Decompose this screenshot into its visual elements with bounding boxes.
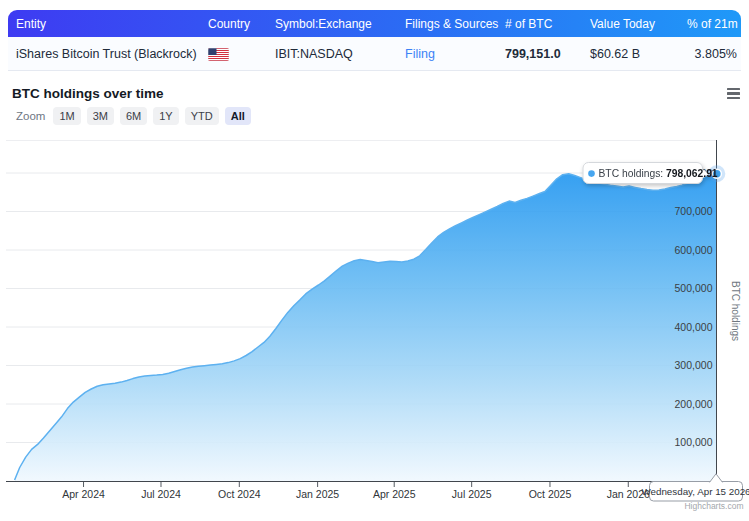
zoom-ytd-button[interactable]: YTD bbox=[185, 107, 219, 125]
country-cell bbox=[208, 46, 275, 60]
zoom-3m-button[interactable]: 3M bbox=[87, 107, 114, 125]
value-today: $60.62 B bbox=[590, 47, 687, 61]
y-tick-label: 600,000 bbox=[675, 244, 713, 256]
y-tick-label: 300,000 bbox=[675, 359, 713, 371]
col-symbol-exchange: Symbol:Exchange bbox=[275, 17, 405, 31]
x-tick-label: Jan 2025 bbox=[296, 488, 339, 500]
col-value-today: Value Today bbox=[590, 17, 687, 31]
chart-tooltip: BTC holdings: 798,062.91 bbox=[583, 163, 718, 184]
col-country: Country bbox=[208, 17, 275, 31]
btc-treasury-page: Entity Country Symbol:Exchange Filings &… bbox=[0, 0, 749, 521]
x-tick-label: Apr 2025 bbox=[373, 488, 416, 500]
table-header-row: Entity Country Symbol:Exchange Filings &… bbox=[8, 10, 741, 37]
btc-amount: 799,151.0 bbox=[505, 47, 590, 61]
y-axis-title: BTC holdings bbox=[730, 281, 741, 341]
zoom-all-button[interactable]: All bbox=[225, 107, 251, 125]
btc-holdings-chart[interactable]: Apr 2024Jul 2024Oct 2024Jan 2025Apr 2025… bbox=[0, 130, 749, 521]
zoom-presets: Zoom 1M 3M 6M 1Y YTD All bbox=[16, 107, 251, 125]
zoom-1y-button[interactable]: 1Y bbox=[153, 107, 178, 125]
chart-menu-button[interactable] bbox=[725, 86, 742, 101]
y-tick-label: 500,000 bbox=[675, 282, 713, 294]
filing-link[interactable]: Filing bbox=[405, 47, 435, 61]
col-num-btc: # of BTC bbox=[505, 17, 590, 31]
x-tick-label: Oct 2024 bbox=[218, 488, 261, 500]
pct-of-21m: 3.805% bbox=[687, 47, 741, 61]
x-tick-label: Apr 2024 bbox=[62, 488, 105, 500]
table-row: iShares Bitcoin Trust (Blackrock) IBIT:N… bbox=[8, 37, 741, 71]
zoom-1m-button[interactable]: 1M bbox=[53, 107, 80, 125]
symbol-exchange-value: IBIT:NASDAQ bbox=[275, 47, 405, 61]
zoom-6m-button[interactable]: 6M bbox=[120, 107, 147, 125]
y-tick-label: 700,000 bbox=[675, 205, 713, 217]
tooltip-series-dot bbox=[588, 170, 595, 177]
highcharts-credit-link[interactable]: Highcharts.com bbox=[684, 501, 743, 511]
y-tick-label: 200,000 bbox=[675, 398, 713, 410]
x-tick-label: Jul 2025 bbox=[452, 488, 492, 500]
x-tick-label: Jul 2024 bbox=[141, 488, 181, 500]
col-filings-sources: Filings & Sources bbox=[405, 17, 505, 31]
svg-text:BTC holdings: 798,062.91: BTC holdings: 798,062.91 bbox=[599, 168, 718, 179]
svg-text:Wednesday, Apr 15 2026: Wednesday, Apr 15 2026 bbox=[641, 486, 749, 497]
us-flag-icon bbox=[208, 48, 229, 61]
y-tick-label: 400,000 bbox=[675, 321, 713, 333]
chart-title: BTC holdings over time bbox=[12, 86, 164, 101]
col-pct-21m: % of 21m bbox=[687, 17, 742, 31]
entity-name: iShares Bitcoin Trust (Blackrock) bbox=[8, 47, 208, 61]
col-entity: Entity bbox=[8, 17, 208, 31]
hamburger-icon bbox=[727, 88, 740, 90]
y-tick-label: 100,000 bbox=[675, 436, 713, 448]
entity-table: Entity Country Symbol:Exchange Filings &… bbox=[8, 10, 741, 71]
zoom-label: Zoom bbox=[16, 110, 45, 122]
x-tick-label: Oct 2025 bbox=[529, 488, 572, 500]
